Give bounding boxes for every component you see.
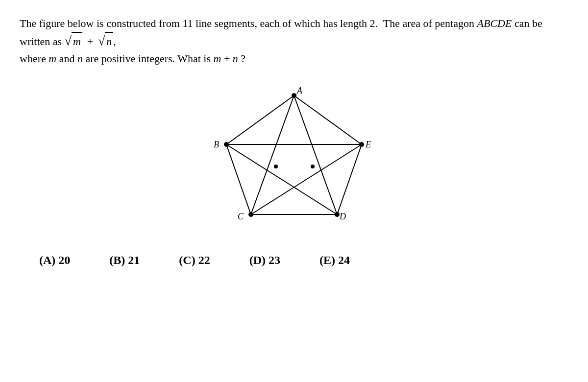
- svg-point-14: [248, 212, 253, 217]
- pentagon-figure: A B C D E: [196, 82, 392, 239]
- svg-line-8: [294, 96, 337, 215]
- sqrt-m: √m: [65, 32, 82, 50]
- svg-line-4: [294, 96, 362, 144]
- svg-point-13: [224, 142, 229, 147]
- svg-point-16: [359, 142, 364, 147]
- answer-B: (B) 21: [109, 254, 140, 267]
- svg-point-12: [292, 93, 296, 98]
- label-C: C: [238, 212, 244, 221]
- answer-E: (E) 24: [319, 254, 350, 267]
- answer-C: (C) 22: [179, 254, 210, 267]
- label-A: A: [296, 86, 303, 96]
- problem-text: The figure below is constructed from 11 …: [20, 15, 568, 68]
- label-B: B: [214, 140, 219, 149]
- svg-line-5: [226, 144, 337, 215]
- sqrt-n: √n: [98, 32, 113, 50]
- svg-line-7: [251, 96, 294, 215]
- svg-line-6: [251, 144, 362, 215]
- answer-row: (A) 20 (B) 21 (C) 22 (D) 23 (E) 24: [20, 254, 568, 267]
- answer-A: (A) 20: [39, 254, 70, 267]
- svg-line-0: [226, 96, 294, 144]
- svg-line-1: [226, 144, 251, 215]
- svg-line-3: [337, 144, 362, 215]
- problem-line1: The figure below is constructed from 11 …: [20, 17, 542, 65]
- svg-point-15: [335, 212, 340, 217]
- label-D: D: [339, 212, 346, 221]
- svg-point-10: [274, 165, 278, 168]
- figure-container: A B C D E: [20, 82, 568, 239]
- answer-D: (D) 23: [249, 254, 280, 267]
- svg-point-11: [311, 165, 315, 168]
- label-E: E: [365, 140, 371, 149]
